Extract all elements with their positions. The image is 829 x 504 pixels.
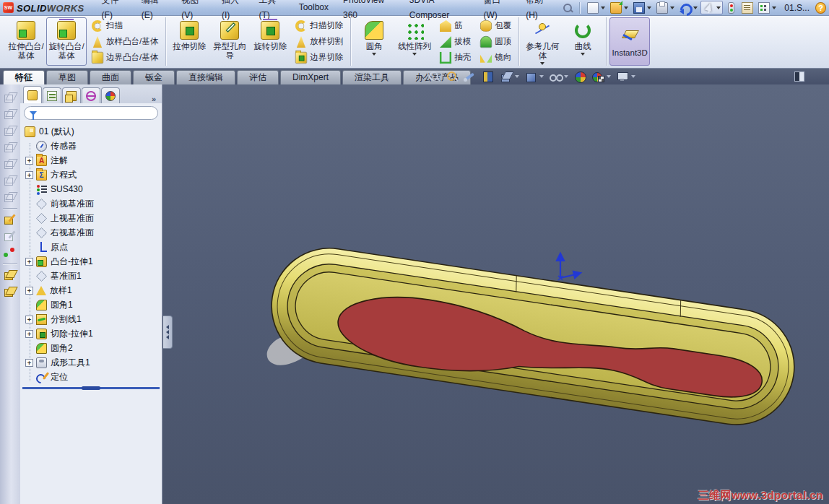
file-properties-button[interactable] — [739, 1, 755, 14]
boundary-cut-button[interactable]: 边界切除 — [292, 50, 346, 65]
rib-button[interactable]: 筋 — [436, 18, 474, 33]
tab-surfaces[interactable]: 曲面 — [90, 70, 131, 84]
swept-boss-button[interactable]: 扫描 — [88, 18, 161, 33]
hole-wizard-button[interactable]: 异型孔向导 — [209, 17, 250, 66]
expand-icon[interactable]: + — [25, 171, 33, 179]
tree-item-fillet1[interactable]: 圆角1 — [20, 297, 162, 312]
help-button[interactable]: ? — [815, 2, 826, 14]
routing-point-icon[interactable] — [4, 247, 17, 258]
tree-item-right-plane[interactable]: 右视基准面 — [20, 225, 162, 240]
tree-item-loft1[interactable]: +放样1 — [20, 283, 162, 297]
view-front-icon[interactable] — [4, 92, 17, 103]
mirror-button[interactable]: 镜向 — [477, 50, 514, 65]
view-settings-button[interactable] — [616, 70, 635, 83]
apply-scene-button[interactable] — [591, 70, 611, 83]
print-button[interactable] — [654, 1, 677, 14]
display-style-button[interactable] — [524, 70, 544, 83]
expand-icon[interactable]: + — [25, 287, 33, 295]
tree-item-material[interactable]: SUS430 — [20, 182, 162, 196]
view-top-icon[interactable] — [4, 158, 17, 170]
tree-item-boss-extrude1[interactable]: +凸台-拉伸1 — [20, 254, 162, 269]
tree-item-sketch-locating[interactable]: 定位 — [20, 370, 162, 384]
tree-filter[interactable] — [24, 106, 158, 120]
fillet-button[interactable]: 圆角 — [354, 17, 394, 66]
tree-item-fillet2[interactable]: 圆角2 — [20, 341, 162, 355]
previous-view-button[interactable] — [464, 70, 477, 83]
tree-item-splitline1[interactable]: +分割线1 — [20, 312, 162, 326]
swept-cut-button[interactable]: 扫描切除 — [292, 18, 346, 33]
rebuild-button[interactable] — [724, 1, 739, 14]
dimxpertmanager-tab[interactable] — [82, 87, 100, 103]
tree-item-equations[interactable]: +方程式 — [20, 168, 162, 182]
expand-icon[interactable]: + — [25, 316, 33, 323]
draft-button[interactable]: 拔模 — [436, 34, 474, 49]
instant3d-button[interactable]: Instant3D — [609, 17, 650, 66]
linear-pattern-button[interactable]: 线性阵列 — [394, 17, 435, 66]
expand-icon[interactable]: + — [25, 359, 33, 367]
view-orientation-button[interactable] — [500, 70, 519, 83]
view-right-icon[interactable] — [4, 142, 17, 153]
select-button[interactable] — [700, 1, 723, 14]
boundary-boss-button[interactable]: 边界凸台/基体 — [88, 50, 161, 65]
new-document-button[interactable] — [585, 1, 607, 14]
view-back-icon[interactable] — [4, 108, 17, 120]
zoom-to-area-button[interactable] — [446, 70, 459, 83]
save-button[interactable] — [631, 1, 654, 14]
tree-item-front-plane[interactable]: 前视基准面 — [20, 196, 162, 211]
tree-item-sensors[interactable]: 传感器 — [20, 139, 162, 153]
menu-toolbox[interactable]: Toolbox — [292, 0, 336, 15]
shell-button[interactable]: 抽壳 — [436, 50, 474, 65]
zoom-to-fit-button[interactable] — [427, 70, 440, 83]
tree-item-part-root[interactable]: 01 (默认) — [20, 124, 162, 139]
tree-item-origin[interactable]: 原点 — [20, 240, 162, 254]
propertymanager-tab[interactable] — [43, 87, 61, 103]
open-button[interactable] — [608, 1, 630, 14]
panel-tabs-overflow[interactable]: » — [147, 95, 160, 103]
revolved-boss-button[interactable]: 旋转凸台/基体 — [46, 17, 87, 66]
3d-sketch-icon[interactable] — [4, 230, 17, 242]
curves-button[interactable]: 曲线 — [563, 17, 603, 66]
panel-collapse-handle[interactable] — [163, 316, 173, 349]
tab-dimxpert[interactable]: DimXpert — [280, 70, 341, 84]
view-isometric-icon[interactable] — [4, 191, 17, 203]
revolved-cut-button[interactable]: 旋转切除 — [250, 17, 290, 66]
tree-item-top-plane[interactable]: 上视基准面 — [20, 211, 162, 225]
options-list-button[interactable] — [756, 1, 778, 14]
edit-appearance-button[interactable] — [573, 70, 586, 83]
lofted-cut-button[interactable]: 放样切割 — [292, 34, 346, 49]
tab-features[interactable]: 特征 — [3, 70, 45, 84]
displaymanager-tab[interactable] — [101, 87, 120, 103]
expand-icon[interactable]: + — [25, 258, 33, 266]
sketch-icon[interactable] — [4, 214, 17, 225]
configurationmanager-tab[interactable] — [62, 87, 81, 103]
lofted-boss-button[interactable]: 放样凸台/基体 — [88, 34, 161, 49]
extrude-tool-1-icon[interactable] — [4, 269, 17, 281]
wrap-button[interactable]: 包覆 — [477, 18, 514, 33]
tree-item-cut-extrude1[interactable]: +切除-拉伸1 — [20, 326, 162, 341]
expand-icon[interactable]: + — [25, 330, 33, 338]
undo-button[interactable] — [677, 1, 700, 14]
3d-model[interactable] — [264, 240, 802, 433]
tab-render-tools[interactable]: 渲染工具 — [342, 70, 402, 84]
view-left-icon[interactable] — [4, 125, 17, 136]
hide-show-items-button[interactable] — [549, 70, 568, 83]
task-pane-toggle-icon[interactable] — [794, 71, 804, 82]
tree-item-annotations[interactable]: +注解 — [20, 153, 162, 168]
graphics-viewport[interactable]: 三维网www.3dportal.cn — [162, 84, 829, 504]
featuremanager-tab[interactable] — [23, 86, 42, 103]
tab-direct-editing[interactable]: 直接编辑 — [176, 70, 235, 84]
tab-evaluate[interactable]: 评估 — [237, 70, 279, 84]
reference-geometry-button[interactable]: 参考几何体 — [522, 17, 563, 66]
tab-sheet-metal[interactable]: 钣金 — [133, 70, 175, 84]
filter-input[interactable] — [40, 108, 152, 118]
rollback-bar[interactable] — [22, 387, 160, 389]
view-bottom-icon[interactable] — [4, 175, 17, 186]
section-view-button[interactable] — [482, 70, 495, 83]
search-icon[interactable] — [562, 2, 573, 14]
expand-icon[interactable]: + — [25, 157, 33, 165]
extruded-boss-button[interactable]: 拉伸凸台/基体 — [6, 17, 46, 66]
tree-item-plane1[interactable]: 基准面1 — [20, 269, 162, 283]
tree-item-forming-tool1[interactable]: +成形工具1 — [20, 355, 162, 370]
extrude-tool-2-icon[interactable] — [4, 286, 17, 297]
tab-sketch[interactable]: 草图 — [46, 70, 88, 84]
